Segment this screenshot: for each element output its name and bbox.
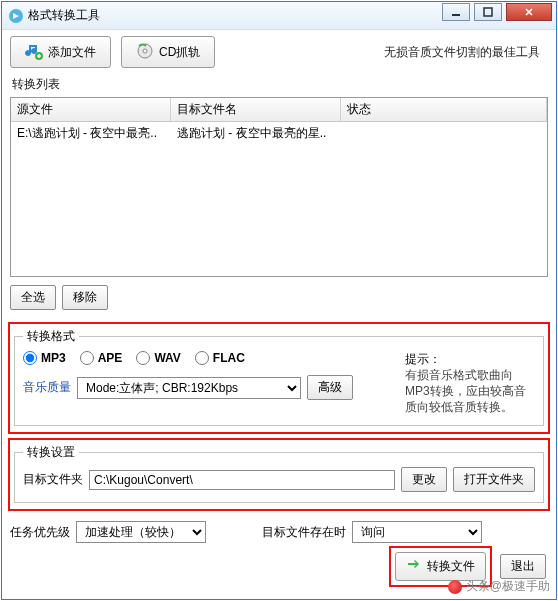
app-window: 格式转换工具 添加文件 CD抓轨 无损音质文件切割的最佳工具 转换列表 源文件 … <box>1 1 557 600</box>
hint-title: 提示： <box>405 351 535 367</box>
settings-highlight: 转换设置 目标文件夹 更改 打开文件夹 <box>8 438 550 511</box>
format-radio-group: MP3 APE WAV FLAC <box>23 351 391 365</box>
radio-wav[interactable]: WAV <box>136 351 180 365</box>
settings-legend: 转换设置 <box>23 444 79 461</box>
window-controls <box>438 3 552 21</box>
col-target[interactable]: 目标文件名 <box>171 98 341 121</box>
options-row: 任务优先级 加速处理（较快） 目标文件存在时 询问 <box>2 515 556 549</box>
format-highlight: 转换格式 MP3 APE WAV FLAC 音乐质量 Mode:立体声; CBR… <box>8 322 550 434</box>
cd-rip-button[interactable]: CD抓轨 <box>121 36 215 68</box>
cd-icon <box>136 42 154 63</box>
exit-button[interactable]: 退出 <box>500 554 546 579</box>
music-add-icon <box>25 42 43 63</box>
quality-label: 音乐质量 <box>23 379 71 396</box>
change-folder-button[interactable]: 更改 <box>401 467 447 492</box>
quality-select[interactable]: Mode:立体声; CBR:192Kbps <box>77 377 301 399</box>
radio-ape[interactable]: APE <box>80 351 123 365</box>
format-legend: 转换格式 <box>23 328 79 345</box>
open-folder-button[interactable]: 打开文件夹 <box>453 467 535 492</box>
radio-mp3[interactable]: MP3 <box>23 351 66 365</box>
folder-label: 目标文件夹 <box>23 471 83 488</box>
watermark: 头条@极速手助 <box>448 578 550 595</box>
app-icon <box>8 8 24 24</box>
format-fieldset: 转换格式 MP3 APE WAV FLAC 音乐质量 Mode:立体声; CBR… <box>14 328 544 426</box>
select-all-button[interactable]: 全选 <box>10 285 56 310</box>
priority-select[interactable]: 加速处理（较快） <box>76 521 206 543</box>
exists-label: 目标文件存在时 <box>262 524 346 541</box>
convert-label: 转换文件 <box>427 558 475 575</box>
add-file-label: 添加文件 <box>48 44 96 61</box>
tagline: 无损音质文件切割的最佳工具 <box>384 44 548 61</box>
list-header: 源文件 目标文件名 状态 <box>11 98 547 122</box>
toolbar: 添加文件 CD抓轨 无损音质文件切割的最佳工具 <box>2 30 556 74</box>
hint-body: 有损音乐格式歌曲向MP3转换，应由较高音质向较低音质转换。 <box>405 367 535 415</box>
window-title: 格式转换工具 <box>28 7 100 24</box>
col-source[interactable]: 源文件 <box>11 98 171 121</box>
svg-point-5 <box>143 49 147 53</box>
hint-box: 提示： 有损音乐格式歌曲向MP3转换，应由较高音质向较低音质转换。 <box>405 351 535 415</box>
close-button[interactable] <box>506 3 552 21</box>
file-list: 源文件 目标文件名 状态 E:\逃跑计划 - 夜空中最亮.. 逃跑计划 - 夜空… <box>10 97 548 277</box>
maximize-button[interactable] <box>474 3 502 21</box>
col-status[interactable]: 状态 <box>341 98 547 121</box>
convert-icon <box>406 557 422 576</box>
cell-source: E:\逃跑计划 - 夜空中最亮.. <box>11 125 171 142</box>
exists-select[interactable]: 询问 <box>352 521 482 543</box>
svg-rect-2 <box>484 8 492 16</box>
list-actions: 全选 移除 <box>2 277 556 318</box>
list-row[interactable]: E:\逃跑计划 - 夜空中最亮.. 逃跑计划 - 夜空中最亮的星.. <box>11 122 547 145</box>
minimize-button[interactable] <box>442 3 470 21</box>
watermark-icon <box>448 580 462 594</box>
settings-fieldset: 转换设置 目标文件夹 更改 打开文件夹 <box>14 444 544 503</box>
convert-button[interactable]: 转换文件 <box>395 552 486 581</box>
add-file-button[interactable]: 添加文件 <box>10 36 111 68</box>
cell-target: 逃跑计划 - 夜空中最亮的星.. <box>171 125 341 142</box>
cell-status <box>341 125 547 142</box>
watermark-text: 头条@极速手助 <box>466 578 550 595</box>
radio-flac[interactable]: FLAC <box>195 351 245 365</box>
svg-rect-1 <box>452 14 460 16</box>
list-label: 转换列表 <box>2 74 556 97</box>
priority-label: 任务优先级 <box>10 524 70 541</box>
remove-button[interactable]: 移除 <box>62 285 108 310</box>
cd-rip-label: CD抓轨 <box>159 44 200 61</box>
folder-input[interactable] <box>89 470 395 490</box>
advanced-button[interactable]: 高级 <box>307 375 353 400</box>
titlebar: 格式转换工具 <box>2 2 556 30</box>
